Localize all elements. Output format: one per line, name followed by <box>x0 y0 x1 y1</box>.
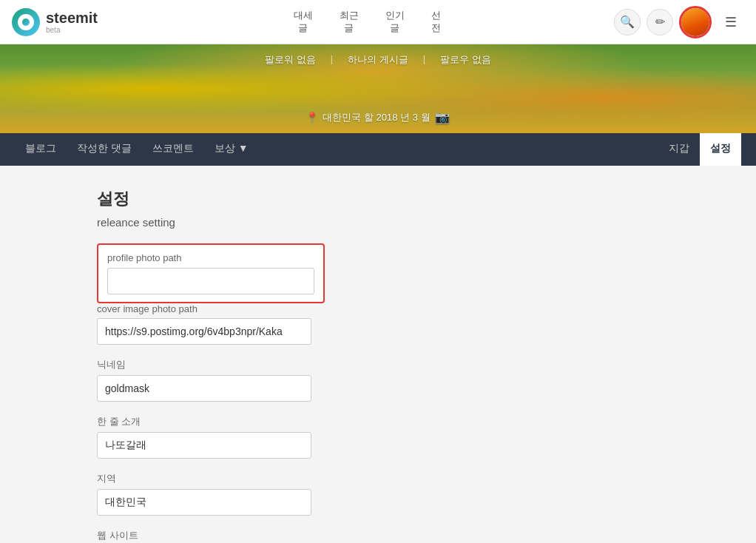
sub-nav-rewards[interactable]: 보상 ▼ <box>204 133 259 166</box>
nav-center: 대세 글 최근 글 인기 글 선 전 <box>120 7 614 38</box>
main-content: 설정 releance setting profile photo path c… <box>82 188 674 543</box>
website-label: 웹 사이트 <box>97 529 659 542</box>
following-stat: 팔로우 없음 <box>440 53 491 67</box>
nav-trending[interactable]: 대세 글 <box>288 7 319 38</box>
profile-photo-label: profile photo path <box>107 252 314 263</box>
logo[interactable]: steemit beta <box>12 8 98 36</box>
posts-stat: 하나의 게시글 <box>348 53 408 67</box>
followers-stat: 팔로워 없음 <box>265 53 316 67</box>
nav-right: 🔍 ✏ ☰ <box>614 6 744 38</box>
sub-nav-right: 지갑 설정 <box>658 133 741 166</box>
location-pin-icon: 📍 <box>306 112 318 123</box>
avatar-image <box>681 8 709 36</box>
avatar-button[interactable] <box>679 6 712 38</box>
sub-navigation: 블로그 작성한 댓글 쓰코멘트 보상 ▼ 지갑 설정 <box>0 133 756 166</box>
cover-image-group: cover image photo path <box>97 303 659 345</box>
bio-input[interactable] <box>97 432 311 459</box>
section-subtitle: releance setting <box>97 216 659 229</box>
camera-icon: 📷 <box>435 110 450 124</box>
logo-icon <box>12 8 40 36</box>
sub-nav-blog[interactable]: 블로그 <box>15 133 67 166</box>
sub-nav-settings[interactable]: 설정 <box>700 133 741 166</box>
logo-beta: beta <box>46 27 98 34</box>
sub-nav-wallet[interactable]: 지갑 <box>658 133 700 166</box>
menu-button[interactable]: ☰ <box>718 9 744 36</box>
stat-separator-1: | <box>331 53 333 67</box>
nickname-group: 닉네임 <box>97 358 659 402</box>
bio-label: 한 줄 소개 <box>97 415 659 428</box>
location-text: 대한민국 할 2018 년 3 월 <box>323 111 430 124</box>
profile-photo-input[interactable] <box>107 268 314 294</box>
nav-promoted[interactable]: 선 전 <box>425 7 447 38</box>
stat-separator-2: | <box>423 53 425 67</box>
sub-nav-comments[interactable]: 작성한 댓글 <box>67 133 142 166</box>
cover-image-input[interactable] <box>97 318 311 345</box>
nav-popular[interactable]: 인기 글 <box>379 7 411 38</box>
page-title: 설정 <box>97 188 659 210</box>
hero-location: 📍 대한민국 할 2018 년 3 월 📷 <box>306 110 449 124</box>
edit-button[interactable]: ✏ <box>647 9 673 36</box>
profile-photo-group-highlighted: profile photo path <box>97 243 325 303</box>
search-icon: 🔍 <box>620 15 635 29</box>
bio-group: 한 줄 소개 <box>97 415 659 459</box>
hero-stats: 팔로워 없음 | 하나의 게시글 | 팔로우 없음 <box>265 53 491 67</box>
cover-image-label: cover image photo path <box>97 303 659 314</box>
website-group: 웹 사이트 <box>97 529 659 543</box>
sub-nav-replies[interactable]: 쓰코멘트 <box>142 133 204 166</box>
logo-name: steemit <box>46 10 98 25</box>
nickname-input[interactable] <box>97 375 311 402</box>
location-label: 지역 <box>97 472 659 485</box>
nickname-label: 닉네임 <box>97 358 659 371</box>
search-button[interactable]: 🔍 <box>614 9 641 36</box>
location-group: 지역 <box>97 472 659 516</box>
hero-banner: 팔로워 없음 | 하나의 게시글 | 팔로우 없음 📍 대한민국 할 2018 … <box>0 44 756 133</box>
menu-icon: ☰ <box>725 14 737 30</box>
top-navigation: steemit beta 대세 글 최근 글 인기 글 선 전 🔍 ✏ ☰ <box>0 0 756 44</box>
nav-hot[interactable]: 최근 글 <box>334 7 365 38</box>
edit-icon: ✏ <box>655 15 665 29</box>
location-input[interactable] <box>97 489 311 516</box>
